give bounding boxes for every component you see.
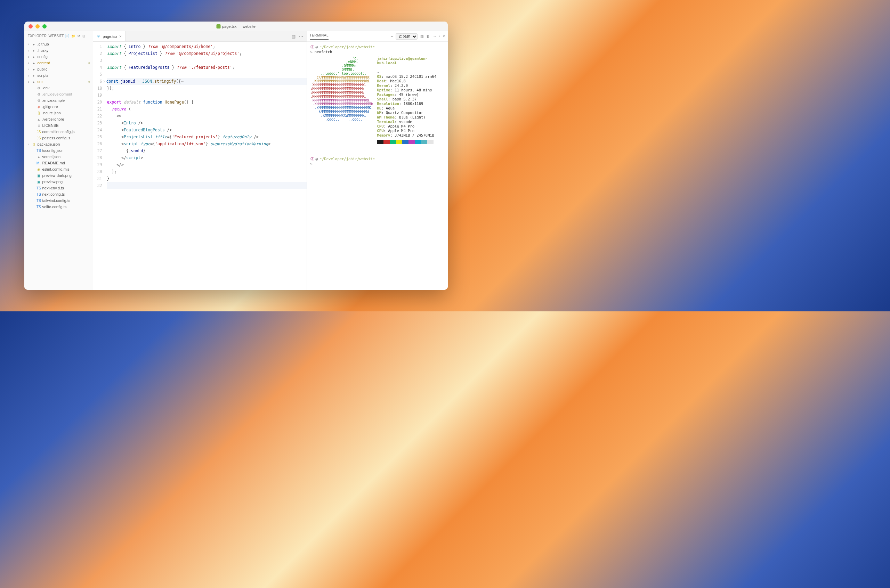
- tree-item-postcss-config-js[interactable]: JSpostcss.config.js: [24, 135, 93, 141]
- info-row: DE: Aqua: [377, 106, 444, 111]
- tree-item-public[interactable]: ›▸public: [24, 66, 93, 72]
- chevron-right-icon[interactable]: ›: [26, 142, 31, 146]
- tree-item--vercelignore[interactable]: ▲.vercelignore: [24, 116, 93, 122]
- ts-icon: TS: [36, 199, 42, 202]
- code-line[interactable]: [107, 92, 307, 99]
- editor-tab[interactable]: ⚛ page.tsx ×: [93, 31, 126, 41]
- collapse-icon[interactable]: ⊟: [83, 34, 85, 38]
- terminal-shell-select[interactable]: 2: bash: [396, 33, 417, 40]
- tree-item-package-json[interactable]: ›{}package.json: [24, 141, 93, 147]
- art-line: ;MMMMMMMMMMMMMMMMMMMMMMMM:: [311, 87, 373, 91]
- chevron-icon[interactable]: ‹: [439, 34, 440, 38]
- minimize-window-button[interactable]: [36, 24, 40, 28]
- code-line[interactable]: import { Intro } from '@/components/ui/h…: [107, 43, 307, 50]
- chevron-right-icon[interactable]: ›: [26, 61, 31, 65]
- tree-item-tsconfig-json[interactable]: TStsconfig.json: [24, 147, 93, 154]
- code-line[interactable]: <ProjectsList title={'Featured projects'…: [107, 134, 307, 140]
- chevron-right-icon[interactable]: ›: [26, 55, 31, 59]
- chevron-right-icon[interactable]: ›: [26, 68, 31, 71]
- tree-item-preview-png[interactable]: ▣preview.png: [24, 178, 93, 185]
- code-line[interactable]: <script type={'application/ld+json'} sup…: [107, 140, 307, 147]
- tree-item-src[interactable]: ›▸src: [24, 78, 93, 85]
- code-line[interactable]: <FeaturedBlogPosts />: [107, 126, 307, 134]
- new-terminal-icon[interactable]: +: [391, 34, 393, 38]
- color-swatch: [427, 140, 434, 144]
- maximize-window-button[interactable]: [42, 24, 47, 28]
- code-line[interactable]: [107, 182, 307, 189]
- tree-item-commitlint-config-js[interactable]: JScommitlint.config.js: [24, 129, 93, 135]
- ts-icon: TS: [36, 205, 42, 209]
- kill-terminal-icon[interactable]: 🗑: [426, 34, 430, 38]
- fold-icon[interactable]: ›: [103, 78, 107, 85]
- file-label: package.json: [38, 142, 92, 146]
- tree-item-vercel-json[interactable]: ▲vercel.json: [24, 154, 93, 160]
- tree-item-next-config-ts[interactable]: TSnext.config.ts: [24, 191, 93, 197]
- code-line[interactable]: return (: [107, 106, 307, 112]
- chevron-right-icon[interactable]: ›: [26, 80, 31, 84]
- main-area: EXPLORER: WEBSITE 📄 📁 ⟳ ⊟ ⋯ ›▸.github›▸.…: [24, 31, 448, 290]
- code-line[interactable]: export default function HomePage() {: [107, 99, 307, 106]
- art-line: 'c.: [311, 56, 373, 60]
- tree-item--husky[interactable]: ›▸.husky: [24, 47, 93, 54]
- code-line[interactable]: {jsonLd}: [107, 147, 307, 154]
- refresh-icon[interactable]: ⟳: [78, 34, 80, 38]
- more-actions-icon[interactable]: ⋯: [299, 34, 303, 39]
- tree-item--env[interactable]: ⚙.env: [24, 85, 93, 91]
- new-file-icon[interactable]: 📄: [65, 34, 69, 38]
- explorer-actions: 📄 📁 ⟳ ⊟ ⋯: [65, 34, 91, 38]
- code-line[interactable]: import { ProjectsList } from '@/componen…: [107, 50, 307, 57]
- code-line[interactable]: });: [107, 85, 307, 92]
- tree-item-next-env-d-ts[interactable]: TSnext-env.d.ts: [24, 185, 93, 191]
- tree-item--env-development[interactable]: ⚙.env.development: [24, 91, 93, 97]
- tree-item-content[interactable]: ›▸content: [24, 60, 93, 66]
- tree-item--env-example[interactable]: ⚙.env.example: [24, 97, 93, 104]
- chevron-right-icon[interactable]: ›: [26, 74, 31, 78]
- tree-item-license[interactable]: ⊛LICENSE: [24, 122, 93, 129]
- close-tab-icon[interactable]: ×: [119, 34, 122, 39]
- more-terminal-icon[interactable]: ⋯: [432, 34, 436, 38]
- close-panel-icon[interactable]: ×: [443, 34, 445, 38]
- code-line[interactable]: </>: [107, 161, 307, 168]
- tree-item-readme-md[interactable]: M↓README.md: [24, 160, 93, 166]
- more-icon[interactable]: ⋯: [87, 34, 91, 38]
- info-value: 1800x1169: [403, 102, 423, 106]
- tree-item--ncurc-json[interactable]: {}.ncurc.json: [24, 110, 93, 116]
- tree-item-preview-dark-png[interactable]: ▣preview-dark.png: [24, 172, 93, 178]
- code-lines[interactable]: import { Intro } from '@/components/ui/h…: [106, 42, 307, 290]
- tree-item-tailwind-config-ts[interactable]: TStailwind.config.ts: [24, 197, 93, 204]
- gear-icon: ⚙: [36, 99, 42, 102]
- tree-item--github[interactable]: ›▸.github: [24, 41, 93, 47]
- ts-icon: TS: [36, 186, 42, 190]
- code-line[interactable]: <>: [107, 112, 307, 120]
- split-editor-icon[interactable]: ▥: [292, 34, 296, 39]
- prompt-line-2: ᗧ @ ~/Developer/jahir/website: [311, 156, 444, 161]
- tree-item-velite-config-ts[interactable]: TSvelite.config.ts: [24, 204, 93, 210]
- tab-actions: ▥ ⋯: [288, 31, 307, 41]
- file-label: vercel.json: [42, 154, 92, 159]
- code-line[interactable]: import { FeaturedBlogPosts } from './fea…: [107, 64, 307, 71]
- img-icon: ▣: [36, 174, 42, 178]
- tree-item-eslint-config-mjs[interactable]: ◉eslint.config.mjs: [24, 166, 93, 172]
- info-value: 3743MiB / 24576MiB: [395, 133, 434, 137]
- code-line[interactable]: );: [107, 168, 307, 175]
- split-terminal-icon[interactable]: ▥: [420, 34, 423, 38]
- close-window-button[interactable]: [29, 24, 33, 28]
- new-folder-icon[interactable]: 📁: [71, 34, 75, 38]
- explorer-header: EXPLORER: WEBSITE 📄 📁 ⟳ ⊟ ⋯: [24, 31, 93, 40]
- terminal-body[interactable]: ᗧ @ ~/Developer/jahir/website ↪ neofetch…: [307, 42, 448, 290]
- terminal-tab[interactable]: TERMINAL: [310, 33, 329, 40]
- file-label: public: [38, 67, 92, 71]
- tree-item--gitignore[interactable]: ◈.gitignore: [24, 104, 93, 110]
- code-line[interactable]: [107, 71, 307, 78]
- code-line[interactable]: <Intro />: [107, 120, 307, 126]
- tree-item-scripts[interactable]: ›▸scripts: [24, 72, 93, 78]
- code-line[interactable]: [107, 57, 307, 64]
- code-line[interactable]: </script>: [107, 154, 307, 161]
- tree-item-config[interactable]: ›▸config: [24, 54, 93, 60]
- chevron-right-icon[interactable]: ›: [26, 49, 31, 52]
- color-swatch: [396, 140, 402, 144]
- code-area[interactable]: 123456181920212223242526272829303132 imp…: [93, 42, 307, 290]
- code-line[interactable]: ›const jsonLd = JSON.stringify({⋯: [107, 78, 307, 85]
- code-line[interactable]: }: [107, 175, 307, 182]
- chevron-right-icon[interactable]: ›: [26, 42, 31, 46]
